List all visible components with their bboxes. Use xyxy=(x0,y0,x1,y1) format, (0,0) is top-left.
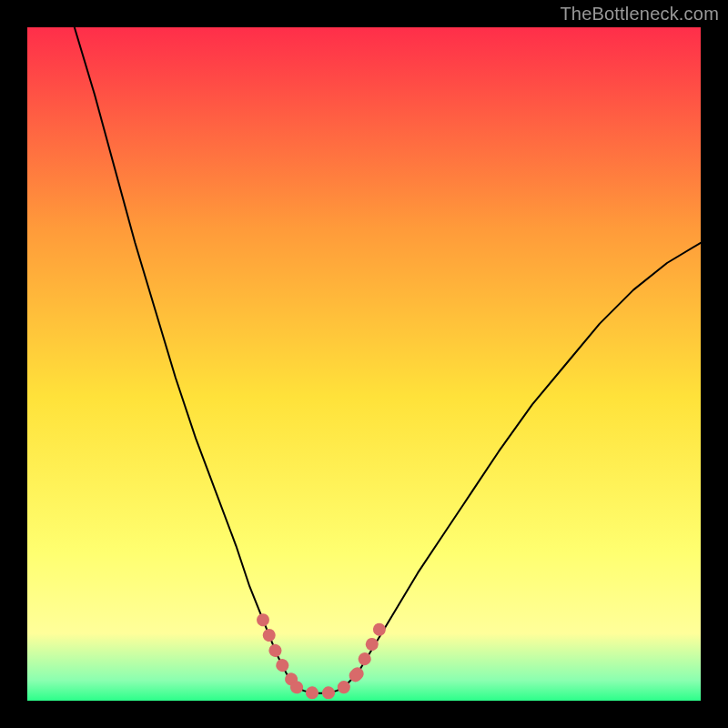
chart-frame: TheBottleneck.com xyxy=(0,0,728,728)
plot-area xyxy=(27,27,701,701)
gradient-background xyxy=(27,27,701,701)
watermark-text: TheBottleneck.com xyxy=(560,4,719,25)
chart-svg xyxy=(27,27,701,701)
